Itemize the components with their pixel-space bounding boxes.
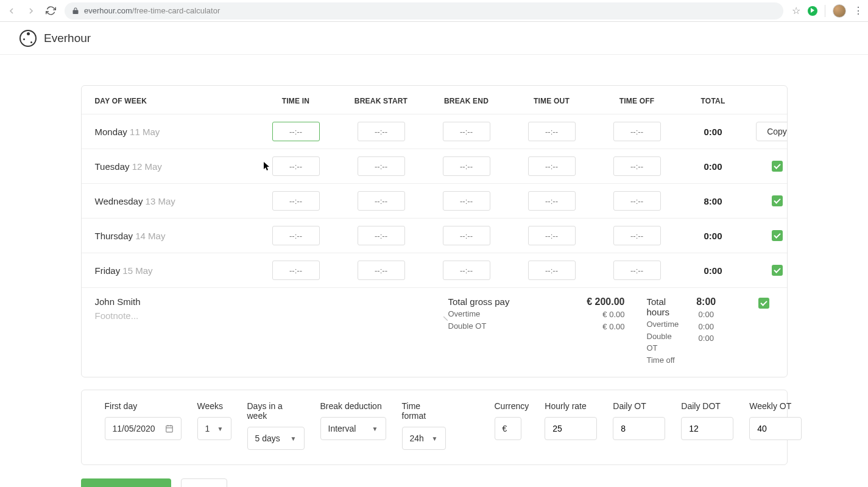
check-icon[interactable] xyxy=(772,230,783,241)
daily-ot-label: Daily OT xyxy=(613,401,665,411)
footnote-placeholder[interactable]: Footnote... xyxy=(95,310,448,321)
weeks-label: Weeks xyxy=(197,401,231,411)
break-end-input[interactable] xyxy=(443,122,490,141)
forward-icon[interactable] xyxy=(26,5,37,16)
daily-ot-input[interactable] xyxy=(613,417,665,440)
summary-row: Footnote... || Total gross pay Overtime … xyxy=(82,287,787,377)
table-row: Tuesday 12 May0:00 xyxy=(82,149,787,183)
time-out-input[interactable] xyxy=(528,261,576,280)
overtime-hours-value: 0:00 xyxy=(679,309,733,321)
double-ot-hours-label: Double OT xyxy=(647,331,679,354)
bookmark-star-icon[interactable]: ☆ xyxy=(792,5,800,16)
weeks-select[interactable]: 1▼ xyxy=(197,417,231,440)
time-in-input[interactable] xyxy=(272,226,320,245)
time-in-input[interactable] xyxy=(272,122,320,141)
row-total: 0:00 xyxy=(680,265,747,276)
menu-kebab-icon[interactable]: ⋮ xyxy=(853,5,862,16)
summary-check-icon[interactable] xyxy=(758,298,769,309)
extension-icon[interactable] xyxy=(808,6,817,16)
day-label: Monday 11 May xyxy=(95,127,253,137)
time-in-input[interactable] xyxy=(272,191,320,211)
time-off-input[interactable] xyxy=(613,261,661,280)
divider xyxy=(825,5,825,17)
time-off-input[interactable] xyxy=(613,226,661,245)
chevron-down-icon: ▼ xyxy=(432,435,438,442)
back-icon[interactable] xyxy=(6,5,17,16)
settings-panel: First day 11/05/2020 Weeks 1▼ Days in a … xyxy=(81,390,788,465)
break-start-input[interactable] xyxy=(358,122,405,141)
table-row: Thursday 14 May0:00 xyxy=(82,218,787,253)
rate-input[interactable] xyxy=(545,417,597,440)
browser-toolbar: everhour.com/free-time-card-calculator ☆… xyxy=(0,0,868,22)
total-hours-value: 8:00 xyxy=(679,296,733,307)
col-time-in: TIME IN xyxy=(253,97,339,105)
csv-button[interactable]: CSV xyxy=(181,478,227,487)
check-icon[interactable] xyxy=(772,195,783,206)
first-day-input[interactable]: 11/05/2020 xyxy=(105,417,182,440)
col-time-out: TIME OUT xyxy=(509,97,595,105)
timecard-table: DAY OF WEEK TIME IN BREAK START BREAK EN… xyxy=(81,85,788,377)
daily-dot-input[interactable] xyxy=(681,417,733,440)
time-out-input[interactable] xyxy=(528,122,576,141)
app-header: Everhour xyxy=(0,22,868,55)
time-off-input[interactable] xyxy=(613,122,661,141)
overtime-hours-label: Overtime xyxy=(647,318,679,331)
double-ot-pay-label: Double OT xyxy=(448,320,576,332)
time-out-input[interactable] xyxy=(528,191,576,211)
break-start-input[interactable] xyxy=(358,226,405,245)
col-total: TOTAL xyxy=(680,97,747,105)
employee-name-input[interactable] xyxy=(95,296,247,307)
table-row: Friday 15 May0:00 xyxy=(82,253,787,287)
break-end-input[interactable] xyxy=(443,156,490,176)
url-path: /free-time-card-calculator xyxy=(132,6,221,15)
break-select[interactable]: Interval▼ xyxy=(320,417,386,440)
currency-input[interactable]: € xyxy=(495,417,521,440)
timeoff-hours-value: 0:00 xyxy=(679,332,733,345)
check-icon[interactable] xyxy=(772,161,783,172)
time-off-input[interactable] xyxy=(613,156,661,176)
time-in-input[interactable] xyxy=(272,261,320,280)
days-label: Days in a week xyxy=(247,401,305,421)
check-icon[interactable] xyxy=(772,265,783,276)
rate-label: Hourly rate xyxy=(545,401,597,411)
time-in-input[interactable] xyxy=(272,156,320,176)
day-label: Tuesday 12 May xyxy=(95,161,253,172)
weekly-ot-label: Weekly OT xyxy=(749,401,802,411)
gross-pay-value: € 200.00 xyxy=(576,296,625,307)
daily-dot-label: Daily DOT xyxy=(681,401,733,411)
lock-icon xyxy=(72,7,79,15)
break-end-input[interactable] xyxy=(443,261,490,280)
print-button[interactable]: Print xyxy=(81,478,171,487)
break-start-input[interactable] xyxy=(358,191,405,211)
row-total: 0:00 xyxy=(680,161,747,172)
time-out-input[interactable] xyxy=(528,156,576,176)
weekly-ot-input[interactable] xyxy=(749,417,802,440)
address-bar[interactable]: everhour.com/free-time-card-calculator xyxy=(65,2,783,19)
row-total: 8:00 xyxy=(680,196,747,206)
break-start-input[interactable] xyxy=(358,261,405,280)
brand-logo[interactable]: Everhour xyxy=(19,30,91,47)
break-end-input[interactable] xyxy=(443,226,490,245)
chevron-down-icon: ▼ xyxy=(291,435,297,442)
time-out-input[interactable] xyxy=(528,226,576,245)
currency-label: Currency xyxy=(495,401,529,411)
format-label: Time format xyxy=(402,401,446,421)
day-label: Friday 15 May xyxy=(95,265,253,276)
time-off-input[interactable] xyxy=(613,191,661,211)
reload-icon[interactable] xyxy=(45,5,56,16)
row-total: 0:00 xyxy=(680,127,747,137)
col-day: DAY OF WEEK xyxy=(95,97,253,105)
double-ot-pay-value: € 0.00 xyxy=(576,321,625,333)
break-label: Break deduction xyxy=(320,401,386,411)
day-label: Thursday 14 May xyxy=(95,231,253,241)
break-start-input[interactable] xyxy=(358,156,405,176)
double-ot-hours-value: 0:00 xyxy=(679,321,733,333)
profile-avatar[interactable] xyxy=(833,4,846,18)
brand-name: Everhour xyxy=(44,32,91,45)
days-select[interactable]: 5 days▼ xyxy=(247,427,305,450)
row-total: 0:00 xyxy=(680,231,747,241)
copy-button[interactable]: Copy xyxy=(756,122,788,141)
format-select[interactable]: 24h▼ xyxy=(402,427,446,450)
break-end-input[interactable] xyxy=(443,191,490,211)
url-host: everhour.com xyxy=(84,6,132,15)
